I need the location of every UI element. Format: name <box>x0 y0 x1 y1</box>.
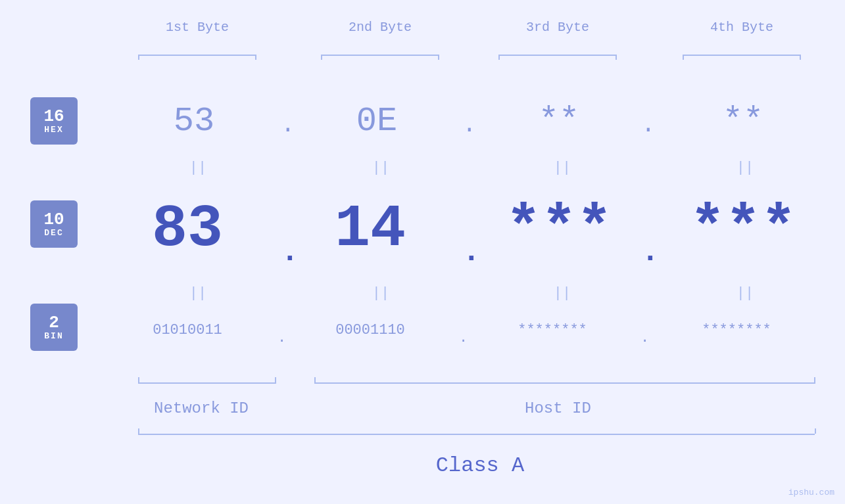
dec-dot-2: . <box>462 235 481 269</box>
bin-dot-2: . <box>459 330 468 346</box>
tick <box>683 55 684 60</box>
tick <box>616 55 617 60</box>
bin-dot-1: . <box>278 330 286 346</box>
bin-val-3: ******** <box>487 322 618 338</box>
hex-val-2: 0E <box>318 102 436 141</box>
dec-dot-3: . <box>641 235 660 269</box>
hex-val-4: ** <box>684 102 802 141</box>
equals-db-4: || <box>735 285 755 302</box>
tick <box>800 55 801 60</box>
equals-db-2: || <box>371 285 391 302</box>
tick <box>321 55 322 60</box>
hex-dot-1: . <box>281 112 295 139</box>
bin-badge-label: BIN <box>44 331 63 341</box>
top-bracket-col3 <box>498 55 617 56</box>
hex-val-3: ** <box>500 102 618 141</box>
dec-dot-1: . <box>281 235 299 269</box>
watermark: ipshu.com <box>788 488 834 497</box>
dec-val-2: 14 <box>311 196 429 263</box>
dec-badge-num: 10 <box>43 211 64 228</box>
equals-hd-1: || <box>188 160 208 176</box>
col2-header: 2nd Byte <box>314 20 446 35</box>
hex-dot-2: . <box>462 112 477 139</box>
class-label: Class A <box>250 453 710 478</box>
dec-badge-label: DEC <box>44 228 63 238</box>
tick-full-r <box>815 428 816 434</box>
dec-val-3: *** <box>500 196 618 263</box>
equals-hd-4: || <box>735 160 755 176</box>
tick-bot-hl <box>314 377 316 382</box>
network-id-label: Network ID <box>154 400 249 417</box>
equals-hd-3: || <box>552 160 572 176</box>
hex-badge-label: HEX <box>44 125 63 135</box>
bin-dot-3: . <box>640 330 649 346</box>
bin-val-2: 00001110 <box>304 322 436 338</box>
dec-val-4: *** <box>684 196 802 263</box>
tick <box>438 55 439 60</box>
bottom-bracket-host <box>314 382 815 384</box>
tick-bot-nl <box>138 377 139 382</box>
col3-header: 3rd Byte <box>492 20 623 35</box>
equals-db-1: || <box>188 285 208 302</box>
col1-header: 1st Byte <box>132 20 263 35</box>
main-container: 16 HEX 10 DEC 2 BIN 1st Byte 2nd Byte 3r… <box>0 0 845 504</box>
tick <box>498 55 500 60</box>
bin-badge-num: 2 <box>49 314 59 331</box>
equals-db-3: || <box>552 285 572 302</box>
dec-val-1: 83 <box>128 196 247 263</box>
top-bracket-col1 <box>138 55 256 56</box>
tick-bot-nr <box>275 377 276 382</box>
top-bracket-col2 <box>321 55 439 56</box>
hex-dot-3: . <box>641 112 656 139</box>
bottom-bracket-network <box>138 382 276 384</box>
top-bracket-col4 <box>683 55 801 56</box>
col4-header: 4th Byte <box>676 20 808 35</box>
hex-val-1: 53 <box>135 102 253 141</box>
bin-val-4: ******** <box>671 322 802 338</box>
bin-val-1: 01010011 <box>122 322 253 338</box>
equals-hd-2: || <box>371 160 391 176</box>
tick <box>138 55 139 60</box>
hex-badge: 16 HEX <box>30 97 78 145</box>
tick-full-l <box>138 428 139 434</box>
bin-badge: 2 BIN <box>30 304 78 351</box>
full-bracket <box>138 434 815 435</box>
host-id-label: Host ID <box>525 400 591 417</box>
tick <box>255 55 256 60</box>
dec-badge: 10 DEC <box>30 200 78 248</box>
tick-bot-hr <box>814 377 815 382</box>
hex-badge-num: 16 <box>43 108 64 125</box>
